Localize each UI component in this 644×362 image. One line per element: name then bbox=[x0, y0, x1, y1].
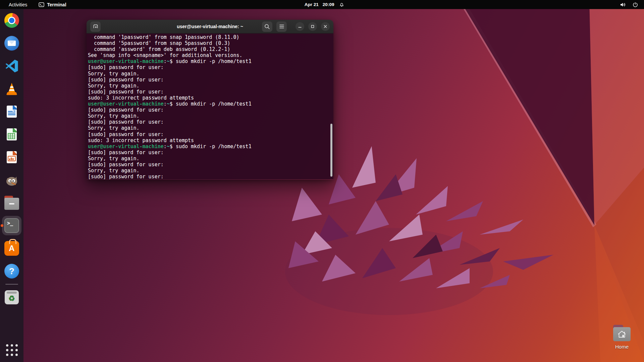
running-indicator-dot bbox=[1, 224, 3, 227]
gimp-icon bbox=[4, 173, 19, 187]
app-grid-icon bbox=[6, 344, 18, 356]
notification-bell-icon bbox=[339, 2, 344, 7]
clock-date: Apr 21 bbox=[305, 2, 319, 7]
terminal-line: command '1password' from snap 1password … bbox=[88, 34, 331, 40]
search-button[interactable] bbox=[262, 21, 272, 32]
terminal-line: user@user-virtual-machine:~$ sudo mkdir … bbox=[88, 143, 331, 149]
dock-divider bbox=[5, 284, 18, 285]
terminal-line: [sudo] password for user: bbox=[88, 119, 331, 125]
dock-item-terminal[interactable]: >_ bbox=[4, 218, 20, 234]
volume-icon bbox=[620, 2, 626, 7]
dock-item-vscode[interactable] bbox=[4, 58, 20, 74]
dock-item-files[interactable] bbox=[4, 195, 20, 211]
dock-item-app-grid[interactable] bbox=[4, 342, 20, 358]
power-icon bbox=[633, 2, 638, 7]
files-icon bbox=[4, 198, 19, 210]
impress-icon bbox=[4, 150, 19, 165]
close-button[interactable] bbox=[321, 22, 330, 31]
terminal-line: command '5password' from snap 5password … bbox=[88, 40, 331, 46]
dock-item-libreoffice-writer[interactable] bbox=[4, 104, 20, 120]
terminal-line: [sudo] password for user: bbox=[88, 107, 331, 113]
terminal-line: [sudo] password for user: bbox=[88, 89, 331, 95]
terminal-line: Sorry, try again. bbox=[88, 156, 331, 162]
maximize-button[interactable] bbox=[308, 22, 317, 31]
terminal-line: Sorry, try again. bbox=[88, 125, 331, 131]
terminal-titlebar[interactable]: user@user-virtual-machine: ~ bbox=[87, 20, 333, 34]
calc-icon bbox=[4, 127, 19, 142]
terminal-lines: command '1password' from snap 1password … bbox=[88, 34, 331, 179]
dock-item-libreoffice-impress[interactable] bbox=[4, 149, 20, 165]
focused-app-menu[interactable]: Terminal bbox=[39, 2, 66, 7]
menu-button[interactable] bbox=[276, 21, 287, 32]
terminal-app-icon bbox=[39, 2, 44, 7]
dock-item-thunderbird[interactable] bbox=[4, 35, 20, 51]
terminal-line: [sudo] password for user: bbox=[88, 149, 331, 156]
new-tab-button[interactable] bbox=[90, 21, 101, 32]
dock-item-libreoffice-calc[interactable] bbox=[4, 126, 20, 142]
terminal-line: Sorry, try again. bbox=[88, 83, 331, 89]
terminal-line: user@user-virtual-machine:~$ sudo mkdir … bbox=[88, 101, 331, 107]
dock-item-help[interactable]: ? bbox=[4, 263, 20, 279]
home-folder-icon bbox=[613, 327, 631, 341]
activities-button[interactable]: Activities bbox=[6, 1, 30, 8]
ubuntu-software-icon: A bbox=[4, 241, 19, 256]
writer-icon bbox=[4, 104, 19, 119]
vlc-icon bbox=[4, 81, 19, 96]
terminal-output[interactable]: command '1password' from snap 1password … bbox=[87, 34, 333, 179]
terminal-line: sudo: 3 incorrect password attempts bbox=[88, 95, 331, 101]
active-app-highlight bbox=[2, 216, 21, 235]
clock-time: 20:09 bbox=[323, 2, 334, 7]
terminal-line: [sudo] password for user: bbox=[88, 162, 331, 168]
top-bar: Activities Terminal Apr 21 20:09 bbox=[0, 0, 644, 9]
terminal-line: [sudo] password for user: bbox=[88, 64, 331, 70]
terminal-line: Sorry, try again. bbox=[88, 168, 331, 174]
system-status-menu[interactable] bbox=[620, 2, 644, 7]
minimize-button[interactable] bbox=[296, 22, 304, 31]
clock-menu[interactable]: Apr 21 20:09 bbox=[305, 0, 344, 9]
trash-icon: ♻ bbox=[5, 290, 19, 304]
terminal-line: [sudo] password for user: bbox=[88, 131, 331, 137]
dock-item-trash[interactable]: ♻ bbox=[4, 289, 20, 305]
terminal-line: command 'assword' from deb assword (0.12… bbox=[88, 46, 331, 52]
dock-item-gimp[interactable] bbox=[4, 172, 20, 188]
thunderbird-icon bbox=[4, 36, 19, 51]
terminal-scrollbar[interactable] bbox=[330, 124, 332, 177]
terminal-line: user@user-virtual-machine:~$ sudo mkdir … bbox=[88, 58, 331, 64]
terminal-line: [sudo] password for user: bbox=[88, 77, 331, 83]
window-title: user@user-virtual-machine: ~ bbox=[177, 24, 243, 29]
terminal-line: Sorry, try again. bbox=[88, 71, 331, 77]
terminal-line: [sudo] password for user: bbox=[88, 174, 331, 179]
help-icon: ? bbox=[4, 264, 19, 279]
dock: >_ A ? ♻ bbox=[0, 9, 23, 362]
vscode-icon bbox=[4, 59, 19, 73]
terminal-line: sudo: 3 incorrect password attempts bbox=[88, 137, 331, 143]
dock-item-ubuntu-software[interactable]: A bbox=[4, 240, 20, 256]
terminal-window: user@user-virtual-machine: ~ command '1p… bbox=[87, 20, 333, 180]
dock-item-vlc[interactable] bbox=[4, 81, 20, 97]
terminal-line: Sorry, try again. bbox=[88, 113, 331, 119]
home-label: Home bbox=[615, 344, 629, 350]
focused-app-name: Terminal bbox=[47, 2, 66, 7]
dock-item-chrome[interactable] bbox=[4, 12, 20, 28]
terminal-line: See 'snap info <snapname>' for additiona… bbox=[88, 52, 331, 58]
chrome-icon bbox=[4, 13, 19, 28]
home-desktop-icon[interactable]: Home bbox=[612, 327, 632, 350]
